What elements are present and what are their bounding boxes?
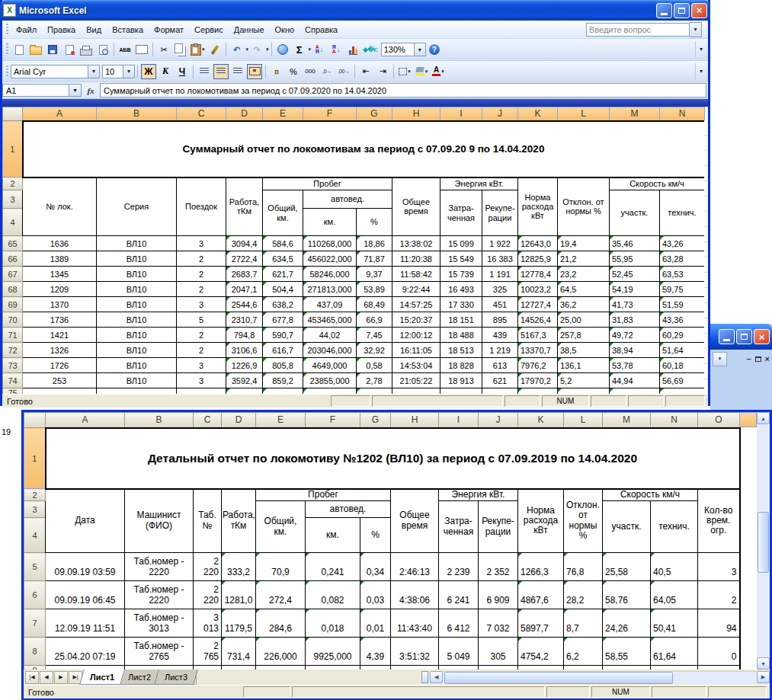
- cell[interactable]: 0,03: [360, 581, 391, 609]
- cell[interactable]: [558, 388, 610, 395]
- header-deviation[interactable]: Отклон. от нормы %: [564, 489, 603, 553]
- cell[interactable]: 1 219: [482, 343, 518, 358]
- column-header-h[interactable]: H: [391, 413, 439, 428]
- row-header[interactable]: 68: [3, 282, 23, 297]
- cell[interactable]: 2:46:13: [391, 553, 439, 581]
- close-button[interactable]: ×: [754, 329, 770, 344]
- toolbar-options-button[interactable]: ▾: [695, 63, 706, 80]
- cell[interactable]: 110268,000: [303, 236, 357, 251]
- cell[interactable]: 43,26: [660, 236, 705, 251]
- new-button[interactable]: [11, 42, 27, 57]
- cell[interactable]: 1226,9: [226, 358, 263, 373]
- header-auto[interactable]: автовед.: [306, 501, 391, 518]
- cell[interactable]: [306, 666, 360, 670]
- cell[interactable]: 3: [177, 236, 226, 251]
- row-header[interactable]: 65: [3, 236, 23, 251]
- header-date[interactable]: Дата: [46, 489, 125, 553]
- increase-indent-button[interactable]: ⇥: [375, 64, 390, 79]
- cell[interactable]: 638,2: [263, 297, 303, 312]
- column-header-m[interactable]: M: [610, 107, 660, 121]
- cell[interactable]: 4754,2: [518, 638, 564, 666]
- font-size-combo[interactable]: 10: [102, 65, 123, 78]
- cell[interactable]: 2683,7: [226, 267, 263, 282]
- select-all-corner[interactable]: [3, 107, 23, 121]
- cell[interactable]: 16:11:05: [392, 343, 440, 358]
- column-header-d[interactable]: D: [226, 107, 263, 121]
- header-total-time[interactable]: Общее время: [391, 489, 439, 553]
- column-header-k[interactable]: K: [518, 107, 558, 121]
- insert-function-button[interactable]: fx: [82, 86, 100, 95]
- cell[interactable]: ВЛ10: [97, 251, 177, 267]
- toolbar-options-button[interactable]: ▾: [695, 41, 706, 58]
- row-header[interactable]: 4: [3, 209, 23, 236]
- cell[interactable]: 2 765: [194, 638, 222, 666]
- cell[interactable]: 21,2: [558, 251, 610, 267]
- menu-window[interactable]: Окно: [270, 24, 300, 36]
- cell[interactable]: 58,55: [603, 638, 651, 666]
- cell[interactable]: 28,2: [564, 581, 603, 609]
- italic-button[interactable]: К: [158, 64, 173, 79]
- cell[interactable]: 71,87: [357, 251, 392, 267]
- cell[interactable]: 0,34: [360, 553, 391, 581]
- cell[interactable]: 63,28: [660, 251, 705, 267]
- cell[interactable]: 54,19: [610, 282, 660, 297]
- cell[interactable]: 58246,000: [303, 267, 357, 282]
- cell[interactable]: 5 049: [439, 638, 479, 666]
- maximize-button[interactable]: [674, 3, 690, 18]
- cell[interactable]: 2544,6: [226, 297, 263, 312]
- column-header-d[interactable]: D: [222, 413, 256, 428]
- zoom-input[interactable]: 130%: [381, 43, 415, 56]
- cell[interactable]: 895: [482, 312, 518, 328]
- cell[interactable]: 66,9: [357, 312, 392, 328]
- research-button[interactable]: [134, 42, 149, 57]
- column-header-a[interactable]: A: [23, 107, 97, 121]
- scroll-down-icon[interactable]: ▼: [757, 657, 770, 670]
- increase-decimal-button[interactable]: ,0→: [319, 64, 335, 79]
- header-trips[interactable]: Поездок: [177, 177, 226, 236]
- cell[interactable]: [303, 388, 357, 395]
- column-header-f[interactable]: F: [303, 107, 357, 121]
- cell[interactable]: 0,241: [306, 553, 360, 581]
- column-header-i[interactable]: I: [439, 413, 479, 428]
- header-total-time[interactable]: Общее время: [392, 177, 440, 236]
- column-header-o[interactable]: O: [698, 413, 740, 428]
- cell[interactable]: [603, 666, 651, 670]
- spelling-button[interactable]: АБВ: [117, 42, 133, 57]
- cell[interactable]: 53,78: [610, 358, 660, 373]
- cell[interactable]: 5897,7: [518, 609, 564, 638]
- cell[interactable]: ВЛ10: [97, 328, 177, 343]
- cell[interactable]: 1421: [23, 328, 97, 343]
- cell[interactable]: 44,02: [303, 328, 357, 343]
- cell[interactable]: 76,8: [564, 553, 603, 581]
- cell[interactable]: 4,39: [360, 638, 391, 666]
- row-header[interactable]: 7: [24, 609, 46, 638]
- next-sheet-button[interactable]: ▶: [54, 671, 68, 684]
- cell[interactable]: 456022,000: [303, 251, 357, 267]
- cell[interactable]: 3: [177, 358, 226, 373]
- cell[interactable]: 18 488: [440, 328, 482, 343]
- cell[interactable]: [660, 388, 705, 395]
- cell[interactable]: 49,72: [610, 328, 660, 343]
- cell[interactable]: 60,29: [660, 328, 705, 343]
- question-dropdown-icon[interactable]: ▾: [690, 22, 702, 37]
- cell[interactable]: 21:05:22: [392, 373, 440, 388]
- cell[interactable]: 3:51:32: [391, 638, 439, 666]
- row-header[interactable]: 6: [24, 581, 46, 609]
- row-header[interactable]: 8: [24, 638, 46, 666]
- redo-button[interactable]: ↷: [249, 42, 264, 57]
- cell[interactable]: 18 828: [440, 358, 482, 373]
- row-header[interactable]: 72: [3, 343, 23, 358]
- column-header-l[interactable]: L: [558, 107, 610, 121]
- chart-wizard-button[interactable]: [345, 42, 360, 57]
- cell[interactable]: 09.09.19 03:59: [46, 553, 125, 581]
- cell[interactable]: 7976,2: [518, 358, 558, 373]
- column-header-j[interactable]: J: [479, 413, 518, 428]
- cell[interactable]: [177, 388, 226, 395]
- header-norm[interactable]: Норма расхода кВт: [518, 177, 558, 236]
- row-header[interactable]: 66: [3, 251, 23, 267]
- decrease-decimal-button[interactable]: ,00→: [336, 64, 351, 79]
- first-sheet-button[interactable]: |◀: [25, 671, 39, 684]
- cell[interactable]: [651, 666, 698, 670]
- cell[interactable]: [440, 388, 482, 395]
- cell[interactable]: 18,86: [357, 236, 392, 251]
